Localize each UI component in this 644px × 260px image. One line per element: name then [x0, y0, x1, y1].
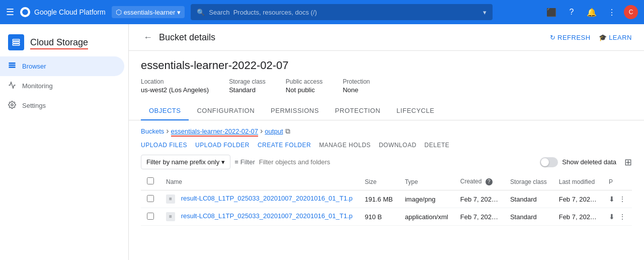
- download-row-icon[interactable]: ⬇: [609, 195, 615, 203]
- tab-protection[interactable]: PROTECTION: [327, 102, 388, 120]
- protection-label: Protection: [343, 78, 370, 85]
- file-name-link[interactable]: result-LC08_L1TP_025033_20201007_2020101…: [181, 212, 353, 220]
- download-row-icon[interactable]: ⬇: [609, 213, 615, 221]
- filter-icon-button[interactable]: ≡ Filter: [234, 158, 255, 166]
- more-row-icon[interactable]: ⋮: [619, 195, 626, 203]
- row-checkbox-cell[interactable]: [141, 190, 160, 208]
- tab-configuration[interactable]: CONFIGURATION: [189, 102, 263, 120]
- col-p: P: [603, 173, 632, 190]
- tab-permissions[interactable]: PERMISSIONS: [263, 102, 327, 120]
- storage-logo: [8, 34, 24, 50]
- storage-class-value: Standard: [229, 86, 256, 94]
- search-icon: 🔍: [197, 9, 205, 16]
- row-storage-class: Standard: [504, 208, 553, 226]
- select-all-checkbox[interactable]: [147, 177, 154, 184]
- help-icon[interactable]: ?: [564, 4, 580, 20]
- svg-point-7: [11, 104, 13, 106]
- sidebar: Cloud Storage Browser Monitoring Setting…: [0, 24, 129, 260]
- delete-button[interactable]: DELETE: [425, 142, 450, 149]
- filter-prefix-label: Filter by name prefix only: [146, 158, 219, 166]
- upload-folder-button[interactable]: UPLOAD FOLDER: [195, 142, 250, 149]
- file-icon: ≡: [166, 212, 175, 221]
- row-checkbox[interactable]: [147, 213, 154, 220]
- breadcrumb-sep-2: ›: [260, 126, 263, 136]
- search-input[interactable]: [209, 9, 479, 16]
- filter-bar: Filter by name prefix only ▾ ≡ Filter Sh…: [141, 155, 632, 169]
- copy-icon[interactable]: ⧉: [285, 127, 290, 136]
- settings-icon: [8, 101, 16, 110]
- created-info-icon[interactable]: ?: [486, 178, 493, 185]
- breadcrumb-bucket-link[interactable]: essentials-learner-2022-02-07: [171, 127, 258, 135]
- col-name: Name: [160, 173, 359, 190]
- file-icon: ≡: [166, 194, 175, 204]
- show-deleted-toggle: Show deleted data: [540, 157, 616, 167]
- sidebar-title: Cloud Storage: [30, 37, 88, 48]
- col-last-modified: Last modified: [553, 173, 603, 190]
- notifications-icon[interactable]: 🔔: [584, 4, 600, 20]
- breadcrumb: Buckets › essentials-learner-2022-02-07 …: [141, 126, 632, 136]
- sidebar-item-settings[interactable]: Settings: [0, 96, 128, 115]
- more-options-icon[interactable]: ⋮: [604, 4, 620, 20]
- filter-input[interactable]: [259, 158, 536, 166]
- brand-title: Google Cloud Platform: [20, 7, 106, 17]
- location-label: Location: [141, 78, 209, 85]
- meta-public-access: Public access Not public: [286, 78, 323, 94]
- breadcrumb-folder[interactable]: output: [265, 127, 283, 135]
- sidebar-item-browser[interactable]: Browser: [0, 56, 124, 76]
- row-actions: ⬇ ⋮: [603, 190, 632, 208]
- sidebar-item-label: Browser: [22, 62, 46, 70]
- objects-table: Name Size Type Created ? Storage class L…: [141, 173, 632, 226]
- refresh-button[interactable]: ↻ REFRESH: [550, 34, 591, 41]
- tab-objects[interactable]: OBJECTS: [141, 102, 189, 120]
- columns-icon[interactable]: ⊞: [624, 157, 632, 168]
- svg-rect-2: [13, 42, 20, 43]
- filter-label: Filter: [240, 158, 255, 166]
- action-toolbar: UPLOAD FILES UPLOAD FOLDER CREATE FOLDER…: [141, 142, 632, 149]
- table-header-row: Name Size Type Created ? Storage class L…: [141, 173, 632, 190]
- row-storage-class: Standard: [504, 190, 553, 208]
- filter-prefix-button[interactable]: Filter by name prefix only ▾: [141, 155, 230, 169]
- create-folder-button[interactable]: CREATE FOLDER: [258, 142, 311, 149]
- tab-lifecycle[interactable]: LIFECYCLE: [388, 102, 442, 120]
- app-title: Google Cloud Platform: [34, 8, 106, 16]
- breadcrumb-buckets[interactable]: Buckets: [141, 127, 164, 135]
- svg-rect-3: [13, 44, 20, 45]
- search-bar[interactable]: 🔍 ▾: [191, 4, 493, 20]
- svg-rect-4: [9, 62, 15, 64]
- more-row-icon[interactable]: ⋮: [619, 213, 626, 221]
- row-type: application/xml: [399, 208, 454, 226]
- col-size: Size: [359, 173, 399, 190]
- gcp-logo: [20, 7, 30, 17]
- learn-button[interactable]: 🎓 LEARN: [599, 34, 632, 41]
- row-last-modified: Feb 7, 202…: [553, 190, 603, 208]
- file-name-link[interactable]: result-LC08_L1TP_025033_20201007_2020101…: [181, 194, 353, 202]
- learn-label: LEARN: [609, 34, 632, 41]
- row-checkbox[interactable]: [147, 195, 154, 202]
- cloud-shell-icon[interactable]: ⬛: [543, 4, 559, 20]
- select-all-header[interactable]: [141, 173, 160, 190]
- search-dropdown-icon[interactable]: ▾: [483, 9, 487, 16]
- bucket-name: essentials-learner-2022-02-07: [141, 59, 632, 72]
- top-navigation: ☰ Google Cloud Platform ⬡ essentials-lea…: [0, 0, 644, 24]
- browser-icon: [8, 61, 16, 71]
- avatar[interactable]: C: [624, 5, 638, 19]
- download-button[interactable]: DOWNLOAD: [379, 142, 417, 149]
- tabs-bar: OBJECTS CONFIGURATION PERMISSIONS PROTEC…: [129, 102, 644, 120]
- menu-icon[interactable]: ☰: [6, 7, 14, 18]
- manage-holds-button[interactable]: MANAGE HOLDS: [319, 142, 371, 149]
- upload-files-button[interactable]: UPLOAD FILES: [141, 142, 187, 149]
- monitoring-icon: [8, 81, 16, 91]
- svg-rect-6: [9, 67, 15, 68]
- col-created: Created ?: [454, 173, 504, 190]
- back-button[interactable]: ←: [141, 30, 155, 44]
- row-checkbox-cell[interactable]: [141, 208, 160, 226]
- sidebar-item-monitoring[interactable]: Monitoring: [0, 76, 128, 96]
- toggle-switch[interactable]: [540, 157, 558, 167]
- meta-storage-class: Storage class Standard: [229, 78, 266, 94]
- location-value: us-west2 (Los Angeles): [141, 86, 209, 94]
- sidebar-item-label: Monitoring: [22, 82, 53, 90]
- row-created: Feb 7, 202…: [454, 208, 504, 226]
- project-selector[interactable]: ⬡ essentials-learner ▾: [112, 6, 185, 18]
- row-size: 910 B: [359, 208, 399, 226]
- row-last-modified: Feb 7, 202…: [553, 208, 603, 226]
